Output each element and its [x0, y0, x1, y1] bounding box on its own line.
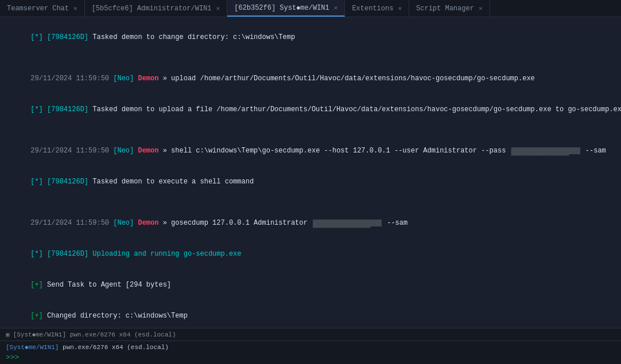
tab-label: [5b5cfce6] Administrator/WIN1 [92, 5, 212, 13]
command-input[interactable] [22, 354, 615, 362]
prompt-row: >>> [0, 352, 621, 364]
terminal-line: [*] [7984126D] Tasked demon to upload a … [6, 94, 615, 125]
terminal-line: [*] [7984126D] Uploading and running go-… [6, 238, 615, 269]
terminal-line [6, 197, 615, 208]
terminal-line [6, 125, 615, 135]
tab-label: Script Manager [416, 5, 474, 13]
close-icon[interactable]: ✕ [216, 5, 220, 12]
terminal-line: [*] [7984126D] Tasked demon to change di… [6, 22, 615, 53]
terminal-output[interactable]: [*] [7984126D] Tasked demon to change di… [0, 17, 621, 328]
tab-extensions[interactable]: Extentions ✕ [345, 0, 409, 17]
terminal-line: 29/11/2024 11:59:50 [Neo] Demon » shell … [6, 135, 615, 166]
prompt-symbol: >>> [6, 353, 19, 362]
close-icon[interactable]: ✕ [73, 5, 77, 12]
main-area: [*] [7984126D] Tasked demon to change di… [0, 17, 621, 364]
terminal-line: [*] [7984126D] Tasked demon to execute a… [6, 166, 615, 197]
status-bar: ▣ [Syst◆me/WIN1] pwn.exe/6276 x64 (esd.l… [0, 328, 621, 340]
terminal-line: [+] Send Task to Agent [294 bytes] [6, 269, 615, 300]
tab-label: Extentions [352, 5, 393, 13]
tab-admin-win1[interactable]: [5b5cfce6] Administrator/WIN1 ✕ [85, 0, 227, 17]
tab-script-manager[interactable]: Script Manager ✕ [409, 0, 490, 17]
terminal-line: [+] Changed directory: c:\windows\Temp [6, 300, 615, 328]
tab-bar: Teamserver Chat ✕ [5b5cfce6] Administrat… [0, 0, 621, 17]
close-icon[interactable]: ✕ [398, 5, 402, 12]
input-area: [Syst◆me/WIN1] pwn.exe/6276 x64 (esd.loc… [0, 340, 621, 364]
session-label: [Syst◆me/WIN1] pwn.exe/6276 x64 (esd.loc… [0, 341, 621, 352]
tab-system-win1[interactable]: [62b352f6] Syst◆me/WIN1 ✕ [227, 0, 345, 17]
close-icon[interactable]: ✕ [334, 4, 338, 11]
tab-label: Teamserver Chat [7, 5, 69, 13]
terminal-line: 29/11/2024 11:59:50 [Neo] Demon » gosecd… [6, 208, 615, 238]
status-icon: ▣ [6, 331, 10, 338]
tab-teamserver-chat[interactable]: Teamserver Chat ✕ [0, 0, 85, 17]
terminal-line [6, 53, 615, 63]
session-info: [Syst◆me/WIN1] pwn.exe/6276 x64 (esd.loc… [13, 331, 176, 338]
terminal-line: 29/11/2024 11:59:50 [Neo] Demon » upload… [6, 63, 615, 94]
close-icon[interactable]: ✕ [479, 5, 483, 12]
tab-label: [62b352f6] Syst◆me/WIN1 [234, 3, 329, 12]
